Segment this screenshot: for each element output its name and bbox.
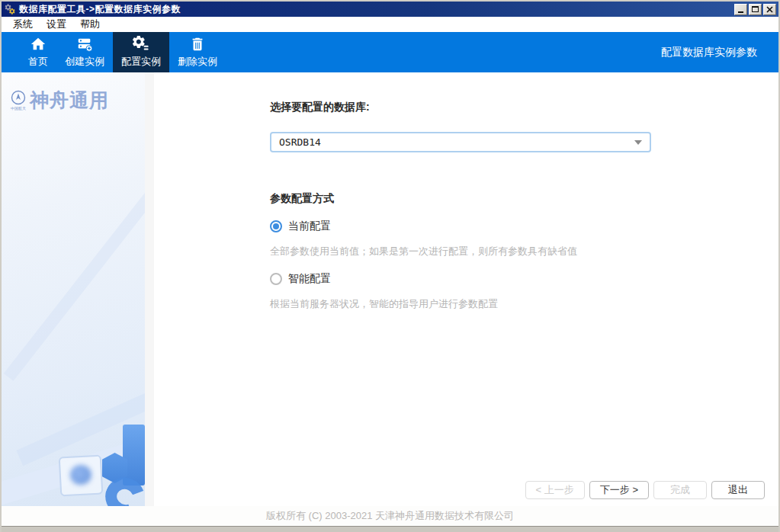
previous-step-button[interactable]: < 上一步 xyxy=(525,481,585,499)
db-select-label: 选择要配置的数据库: xyxy=(270,101,370,114)
menubar: 系统 设置 帮助 xyxy=(2,17,778,32)
sidebar: 中国航天 神舟通用 xyxy=(2,72,145,506)
sidebar-content-divider xyxy=(145,72,154,506)
minimize-icon xyxy=(738,11,743,13)
home-icon xyxy=(30,36,47,53)
decor-cube-core xyxy=(69,464,91,485)
main-content: 选择要配置的数据库: OSRDB14 参数配置方式 当前配置 全部参数使用当前值… xyxy=(154,72,778,506)
menu-system[interactable]: 系统 xyxy=(6,18,40,31)
wizard-buttons: < 上一步 下一步 > 完成 退出 xyxy=(525,481,765,499)
menu-help[interactable]: 帮助 xyxy=(73,18,107,31)
finish-button[interactable]: 完成 xyxy=(653,481,707,499)
minimize-button[interactable] xyxy=(734,4,747,15)
titlebar: 数据库配置工具->配置数据库实例参数 xyxy=(2,2,778,17)
toolbar-item-label: 创建实例 xyxy=(65,55,104,69)
copyright-text: 版权所有 (C) 2003-2021 天津神舟通用数据技术有限公司 xyxy=(266,509,514,523)
close-icon xyxy=(766,6,773,13)
decor-streak xyxy=(4,157,145,381)
app-window: 数据库配置工具->配置数据库实例参数 系统 设置 帮助 首页 xyxy=(0,0,780,532)
toolbar-item-label: 配置实例 xyxy=(121,55,161,69)
radio-selected-icon[interactable] xyxy=(270,220,282,232)
smart-config-description: 根据当前服务器状况，智能的指导用户进行参数配置 xyxy=(270,297,498,311)
radio-option-current-config[interactable]: 当前配置 xyxy=(270,220,331,233)
window-bottom-border xyxy=(2,526,778,532)
database-select[interactable]: OSRDB14 xyxy=(270,132,651,152)
database-select-value: OSRDB14 xyxy=(279,136,321,148)
menu-settings[interactable]: 设置 xyxy=(40,18,73,31)
param-mode-label: 参数配置方式 xyxy=(270,192,334,206)
delete-instance-icon xyxy=(189,36,206,53)
maximize-button[interactable] xyxy=(749,4,762,15)
toolbar-item-delete-instance[interactable]: 删除实例 xyxy=(169,32,226,72)
current-config-description: 全部参数使用当前值；如果是第一次进行配置，则所有参数具有缺省值 xyxy=(270,245,577,258)
close-button[interactable] xyxy=(763,4,776,15)
radio-option-smart-config[interactable]: 智能配置 xyxy=(270,272,331,286)
toolbar-item-label: 首页 xyxy=(28,55,48,69)
chevron-down-icon xyxy=(634,140,642,145)
toolbar-item-configure-instance[interactable]: 配置实例 xyxy=(113,32,169,72)
toolbar-item-label: 删除实例 xyxy=(178,55,217,69)
window-title: 数据库配置工具->配置数据库实例参数 xyxy=(19,3,181,16)
exit-button[interactable]: 退出 xyxy=(711,481,765,499)
app-gears-icon xyxy=(4,3,16,15)
decor-cube xyxy=(59,455,104,497)
window-body: 中国航天 神舟通用 选择要配置的数据库: OSRDB14 参数配置方式 当前配置… xyxy=(2,72,778,506)
next-step-button[interactable]: 下一步 > xyxy=(589,481,649,499)
toolbar: 首页 创建实例 配置实例 xyxy=(2,32,778,72)
toolbar-item-home[interactable]: 首页 xyxy=(20,32,56,72)
brand-logo: 中国航天 神舟通用 xyxy=(11,88,109,113)
brand-sub-label: 中国航天 xyxy=(11,106,26,111)
brand-name-label: 神舟通用 xyxy=(30,88,109,113)
configure-instance-icon xyxy=(133,36,149,53)
window-controls xyxy=(734,4,776,15)
footer: 版权所有 (C) 2003-2021 天津神舟通用数据技术有限公司 xyxy=(2,506,778,526)
aerospace-emblem-icon: 中国航天 xyxy=(11,90,26,111)
page-title: 配置数据库实例参数 xyxy=(661,46,757,59)
maximize-icon xyxy=(752,6,759,12)
radio-option-label: 智能配置 xyxy=(288,272,331,286)
radio-unselected-icon[interactable] xyxy=(270,273,282,285)
create-instance-icon xyxy=(76,36,93,53)
toolbar-item-create-instance[interactable]: 创建实例 xyxy=(56,32,113,72)
radio-option-label: 当前配置 xyxy=(288,220,331,233)
